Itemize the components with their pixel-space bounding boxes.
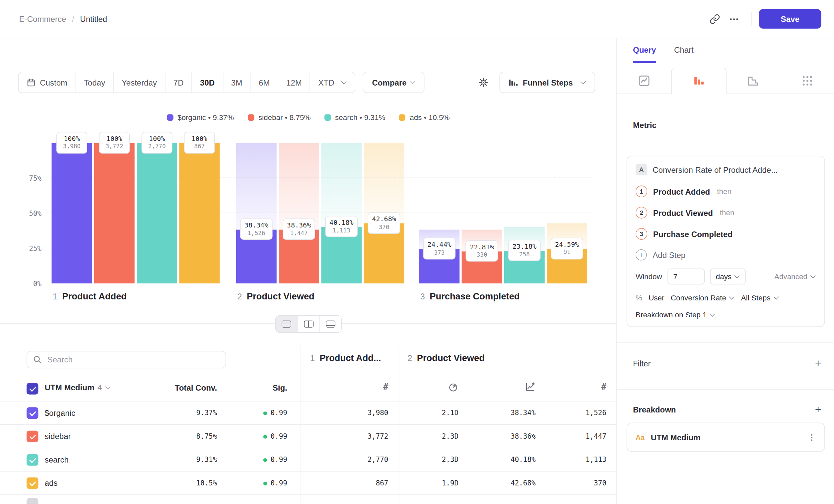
kebab-menu-button[interactable] [808,433,816,442]
funnel-step-row-1[interactable]: 1 Product Added then [636,181,816,202]
funnel-bar[interactable] [94,143,135,283]
view-split-horizontal-button[interactable] [276,316,298,332]
date-range-3m[interactable]: 3M [223,72,250,92]
table-row[interactable]: search9.31%0.992,7702.3D40.18%1,113 [0,448,616,472]
bar-value-label: 24.44%373 [423,238,456,259]
bar-pct: 100% [61,135,83,143]
save-button[interactable]: Save [759,9,821,28]
total-conversion-value: 9.37% [196,401,217,425]
time-to-convert-icon [448,382,459,392]
metric-title-row[interactable]: A Conversion Rate of Product Adde... [636,164,816,176]
window-value-input[interactable] [667,269,705,284]
step2-count-value: 370 [594,472,607,495]
retention-report-tab[interactable] [726,68,780,94]
breadcrumb-project[interactable]: E-Commerce [19,14,66,23]
group2-label: Product Viewed [417,353,485,364]
panel-bottom-icon [325,321,335,327]
add-breakdown-button[interactable]: + [815,404,821,415]
date-range-12m[interactable]: 12M [278,72,309,92]
breakdown-column-header[interactable]: UTM Medium 4 [45,383,110,392]
conversion-chart-icon [525,382,536,392]
date-range-xtd[interactable]: XTD [310,72,355,92]
step2-time-column-button[interactable] [448,382,459,392]
step1-count-column-button[interactable]: # [383,382,388,392]
metric-type-select[interactable]: Conversion Rate [671,294,735,302]
significance-cell: 0.99 [263,472,287,495]
bar-value-label: 100%3,772 [99,132,130,154]
add-step-button[interactable]: + Add Step [636,245,816,265]
flows-report-tab[interactable] [780,68,834,94]
bar-pct: 42.68% [372,215,396,224]
steps-scope-select[interactable]: All Steps [741,294,779,302]
chevron-down-icon [734,273,740,278]
breakdown-column-label: UTM Medium [45,383,94,392]
funnel-bar[interactable] [179,143,220,283]
step2-count-column-button[interactable]: # [601,382,606,392]
tab-query[interactable]: Query [633,38,656,63]
total-conversion-value: 10.5% [196,472,217,495]
significance-value: 0.99 [271,425,287,448]
settings-gear-button[interactable] [474,73,493,92]
date-range-today[interactable]: Today [75,72,113,92]
legend-item[interactable]: sidebar • 8.75% [248,113,311,122]
funnel-step-row-2[interactable]: 2 Product Viewed then [636,202,816,223]
row-checkbox[interactable] [26,498,38,504]
window-unit-select[interactable]: days [710,269,746,284]
table-row[interactable]: $organic9.37%0.993,9802.1D38.34%1,526 [0,401,616,425]
date-range-custom[interactable]: Custom [19,72,75,92]
funnel-bar[interactable] [137,143,177,283]
share-link-button[interactable] [705,9,725,28]
step2-conversion-column-button[interactable] [525,382,536,392]
breakdown-on-step-select[interactable]: Breakdown on Step 1 [636,311,816,319]
legend-item[interactable]: search • 9.31% [325,113,385,122]
steps-scope-label: All Steps [741,294,771,302]
row-checkbox[interactable] [26,454,38,465]
breadcrumb-title[interactable]: Untitled [80,14,107,23]
flows-icon [801,74,814,87]
legend-item[interactable]: ads • 10.5% [399,113,449,122]
row-checkbox[interactable] [26,478,38,489]
view-panel-bottom-button[interactable] [319,316,341,332]
total-conv-header[interactable]: Total Conv. [175,383,217,392]
legend-item[interactable]: $organic • 9.37% [167,113,234,122]
bar-value-label: 100%3,980 [57,132,87,154]
date-range-yesterday[interactable]: Yesterday [113,72,165,92]
date-range-6m[interactable]: 6M [250,72,278,92]
step-event-name: Product Added [653,187,710,196]
add-filter-button[interactable]: + [815,358,821,368]
tab-chart[interactable]: Chart [674,38,694,63]
funnel-bar[interactable] [52,143,92,283]
insights-report-tab[interactable] [617,68,671,94]
compare-button[interactable]: Compare [363,72,424,93]
more-menu-button[interactable] [725,9,744,28]
search-input[interactable] [26,351,226,368]
bar-pct: 100% [189,135,211,143]
ellipsis-icon [729,14,740,24]
view-split-vertical-button[interactable] [297,316,319,332]
conversion-window-row: Window days Advanced [636,268,816,285]
calendar-icon [26,78,36,87]
chevron-down-icon [342,79,347,84]
table-row[interactable]: sidebar8.75%0.993,7722.3D38.36%1,447 [0,425,616,448]
breakdown-property-card[interactable]: Aa UTM Medium [627,423,825,452]
bar-count: 370 [372,224,396,231]
funnels-report-tab[interactable] [671,68,726,94]
table-row[interactable]: ads10.5%0.998671.9D42.68%370 [0,472,616,495]
significance-value: 0.99 [271,401,287,425]
table-group-step2: 2 Product Viewed [408,353,485,364]
funnel-step-row-3[interactable]: 3 Purchase Completed [636,223,816,244]
select-all-checkbox[interactable] [26,383,38,394]
date-range-7d[interactable]: 7D [165,72,192,92]
significance-cell: 0.99 [263,448,287,472]
sig-header[interactable]: Sig. [273,383,287,392]
row-checkbox[interactable] [26,407,38,419]
total-conversion-value: 9.31% [196,448,217,472]
row-checkbox[interactable] [26,431,38,442]
date-range-30d[interactable]: 30D [192,72,223,92]
funnel-step-labels: 1Product Added2Product Viewed3Purchase C… [0,292,616,306]
advanced-toggle[interactable]: Advanced [774,272,816,281]
group1-number: 1 [310,353,315,363]
entity-select[interactable]: User [649,294,664,302]
chart-view-selector[interactable]: Funnel Steps [499,72,595,93]
y-axis-tick-label: 75% [21,175,42,182]
